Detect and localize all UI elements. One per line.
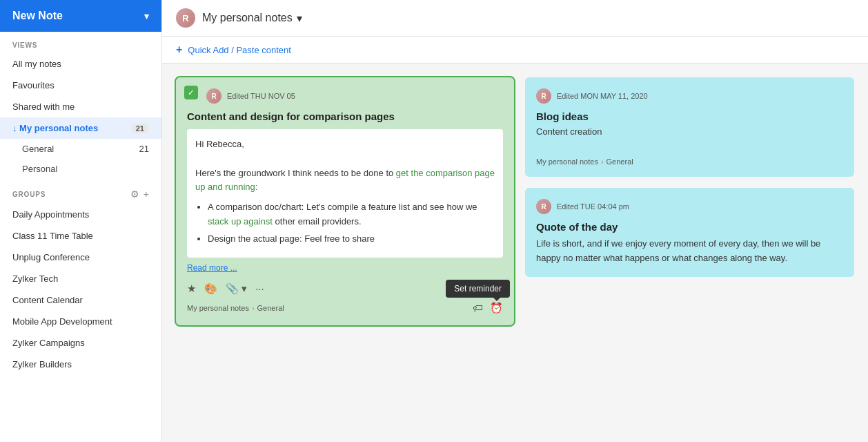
sidebar-item-label: Favourites bbox=[12, 80, 55, 90]
note-title: Quote of the day bbox=[536, 221, 843, 233]
sidebar-item-label: ↓ My personal notes bbox=[12, 123, 98, 133]
sidebar-item-daily-appointments[interactable]: Daily Appointments bbox=[0, 204, 161, 225]
note-author-avatar: R bbox=[206, 88, 221, 104]
note-author-avatar: R bbox=[536, 88, 551, 104]
notebook-chevron-icon: ▾ bbox=[297, 12, 302, 25]
note-path-notebook: My personal notes bbox=[536, 157, 598, 166]
note-actions-left: ★ 🎨 📎 ▾ ··· bbox=[187, 282, 264, 295]
sidebar-subitem-label: General bbox=[22, 144, 54, 154]
quick-add-button[interactable]: Quick Add / Paste content bbox=[188, 45, 291, 55]
read-more-link[interactable]: Read more ... bbox=[187, 263, 503, 273]
quick-add-plus-icon: + bbox=[176, 44, 182, 56]
more-icon[interactable]: ··· bbox=[255, 282, 264, 294]
sidebar-subitem-general[interactable]: General 21 bbox=[0, 139, 161, 159]
note-card-quote: R Edited TUE 04:04 pm Quote of the day L… bbox=[525, 188, 854, 277]
sidebar: New Note ▾ VIEWS All my notes Favourites… bbox=[0, 0, 162, 442]
note-path-folder: General bbox=[257, 304, 284, 312]
note-path: My personal notes › General bbox=[187, 304, 284, 312]
attach-icon[interactable]: 📎 ▾ bbox=[226, 282, 247, 295]
note-body-line2: Here's the groundwork I think needs to b… bbox=[195, 166, 495, 195]
sidebar-subitem-personal[interactable]: Personal bbox=[0, 159, 161, 179]
new-note-label: New Note bbox=[12, 10, 63, 22]
groups-settings-icon[interactable]: ⚙ bbox=[130, 189, 139, 200]
sidebar-subitem-label: Personal bbox=[22, 164, 57, 174]
note-bullet-2: Design the actual page: Feel free to sha… bbox=[208, 232, 495, 247]
email-icon[interactable]: ✉ bbox=[494, 282, 503, 295]
sidebar-item-label: Class 11 Time Table bbox=[12, 231, 93, 241]
sidebar-item-label: Zylker Builders bbox=[12, 359, 72, 369]
note-path-folder: General bbox=[606, 157, 633, 166]
note-card-blog-ideas: R Edited MON MAY 11, 2020 Blog ideas Con… bbox=[525, 77, 854, 177]
right-column: R Edited MON MAY 11, 2020 Blog ideas Con… bbox=[525, 77, 854, 277]
sidebar-item-unplug-conference[interactable]: Unplug Conference bbox=[0, 247, 161, 268]
sidebar-item-label: Zylker Tech bbox=[12, 273, 58, 284]
tag-icon[interactable]: 🏷 bbox=[473, 302, 483, 314]
note-card-main: ✓ R Edited THU NOV 05 Content and design… bbox=[176, 77, 514, 325]
note-title: Blog ideas bbox=[536, 110, 843, 122]
sidebar-item-label: Zylker Campaigns bbox=[12, 338, 85, 348]
reminder-container: ⏰ Set reminder bbox=[490, 302, 503, 314]
note-footer: My personal notes › General 🏷 ⏰ Set remi… bbox=[187, 302, 503, 314]
sidebar-item-my-personal-notes[interactable]: ↓ My personal notes 21 bbox=[0, 117, 161, 139]
note-meta: R Edited MON MAY 11, 2020 bbox=[536, 88, 843, 104]
sidebar-item-label: Content Calendar bbox=[12, 295, 83, 305]
sidebar-item-label: Daily Appointments bbox=[12, 209, 89, 220]
sidebar-item-badge: 21 bbox=[131, 124, 149, 133]
sidebar-item-all-my-notes[interactable]: All my notes bbox=[0, 53, 161, 75]
sidebar-subitem-badge: 21 bbox=[139, 144, 149, 154]
sidebar-item-label: Unplug Conference bbox=[12, 252, 90, 262]
groups-add-icon[interactable]: + bbox=[144, 189, 149, 200]
sidebar-item-zylker-campaigns[interactable]: Zylker Campaigns bbox=[0, 332, 161, 354]
sidebar-item-class-11-time-table[interactable]: Class 11 Time Table bbox=[0, 225, 161, 247]
note-path: My personal notes › General bbox=[536, 157, 843, 166]
palette-icon[interactable]: 🎨 bbox=[204, 282, 217, 295]
note-path-arrow: › bbox=[601, 157, 604, 166]
star-icon[interactable]: ★ bbox=[187, 282, 196, 295]
new-note-chevron-icon: ▾ bbox=[144, 11, 149, 21]
sidebar-item-content-calendar[interactable]: Content Calendar bbox=[0, 289, 161, 311]
reminder-icon[interactable]: ⏰ bbox=[490, 302, 503, 314]
note-meta: R Edited TUE 04:04 pm bbox=[536, 199, 843, 214]
quick-add-bar: + Quick Add / Paste content bbox=[162, 37, 868, 64]
note-author-avatar: R bbox=[536, 199, 551, 214]
groups-section-label: GROUPS bbox=[12, 191, 46, 198]
views-section-label: VIEWS bbox=[0, 32, 161, 53]
note-actions: ★ 🎨 📎 ▾ ··· ✉ bbox=[187, 282, 503, 295]
note-body: Hi Rebecca, Here's the groundwork I thin… bbox=[187, 129, 503, 258]
avatar: R bbox=[176, 8, 195, 28]
groups-header: GROUPS ⚙ + bbox=[0, 179, 161, 204]
note-check-badge: ✓ bbox=[184, 86, 198, 99]
note-body-line1: Hi Rebecca, bbox=[195, 137, 495, 152]
notebook-title[interactable]: My personal notes ▾ bbox=[202, 12, 302, 25]
note-title: Content and design for comparison pages bbox=[187, 110, 503, 122]
notebook-title-text: My personal notes bbox=[202, 12, 293, 24]
note-edit-label: Edited TUE 04:04 pm bbox=[557, 202, 629, 211]
sidebar-item-mobile-app-development[interactable]: Mobile App Development bbox=[0, 311, 161, 332]
sidebar-item-zylker-tech[interactable]: Zylker Tech bbox=[0, 268, 161, 289]
sidebar-item-shared-with-me[interactable]: Shared with me bbox=[0, 96, 161, 117]
note-path-notebook: My personal notes bbox=[187, 304, 249, 312]
header: R My personal notes ▾ bbox=[162, 0, 868, 37]
new-note-button[interactable]: New Note ▾ bbox=[0, 0, 161, 32]
note-body-text: Life is short, and if we enjoy every mom… bbox=[536, 237, 843, 266]
sidebar-item-zylker-builders[interactable]: Zylker Builders bbox=[0, 354, 161, 375]
sidebar-item-label: Mobile App Development bbox=[12, 316, 112, 327]
groups-actions: ⚙ + bbox=[130, 189, 149, 200]
note-meta: R Edited THU NOV 05 bbox=[187, 88, 503, 104]
sidebar-item-favourites[interactable]: Favourites bbox=[0, 75, 161, 96]
note-edit-label: Edited THU NOV 05 bbox=[227, 92, 295, 100]
sidebar-item-label: Shared with me bbox=[12, 102, 75, 112]
note-edit-label: Edited MON MAY 11, 2020 bbox=[557, 92, 648, 100]
note-bullet-1: A comparison doc/chart: Let's compile a … bbox=[208, 200, 495, 229]
sidebar-item-label: All my notes bbox=[12, 59, 61, 69]
note-footer-icons: 🏷 ⏰ Set reminder bbox=[473, 302, 503, 314]
note-path-arrow: › bbox=[252, 304, 255, 312]
notes-area: ✓ R Edited THU NOV 05 Content and design… bbox=[162, 64, 868, 442]
note-subtitle: Content creation bbox=[536, 126, 843, 137]
main-content: R My personal notes ▾ + Quick Add / Past… bbox=[162, 0, 868, 442]
